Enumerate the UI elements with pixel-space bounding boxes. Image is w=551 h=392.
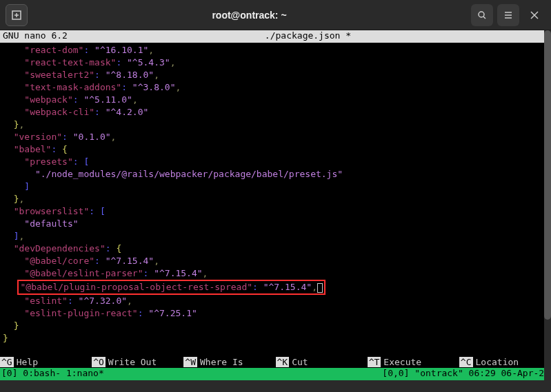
- cmd-execute: ^TExecute: [368, 355, 459, 368]
- cmd-cut: ^KCut: [276, 355, 368, 368]
- nano-shortcuts: ^GHelp ^OWrite Out ^WWhere Is ^KCut ^TEx…: [0, 355, 551, 368]
- nano-filename: ./package.json *: [68, 30, 548, 43]
- cmd-writeout: ^OWrite Out: [92, 355, 183, 368]
- svg-line-4: [483, 17, 485, 19]
- tmux-status-bar: [0] 0:bash- 1:nano* [0,0] "ontrack" 06:2…: [0, 368, 551, 380]
- svg-point-3: [479, 12, 484, 17]
- cmd-whereis: ^WWhere Is: [183, 355, 275, 368]
- window-title: root@ontrack: ~: [33, 10, 465, 21]
- window-titlebar: root@ontrack: ~: [0, 0, 551, 30]
- cmd-location: ^CLocation: [459, 355, 551, 368]
- menu-button[interactable]: [497, 4, 519, 26]
- editor-area[interactable]: "react-dom": "^16.10.1", "react-text-mas…: [0, 43, 551, 355]
- search-button[interactable]: [471, 4, 493, 26]
- nano-version: GNU nano 6.2: [3, 30, 68, 43]
- close-button[interactable]: [523, 4, 545, 26]
- scrollbar[interactable]: [544, 30, 551, 392]
- tmux-clock: [0,0] "ontrack" 06:29 06-Apr-24: [382, 368, 550, 380]
- tmux-windows: [0] 0:bash- 1:nano*: [1, 368, 382, 380]
- cmd-help: ^GHelp: [0, 355, 92, 368]
- highlighted-line: "@babel/plugin-proposal-object-rest-spre…: [17, 280, 325, 295]
- cursor: [317, 283, 323, 293]
- new-tab-button[interactable]: [6, 4, 28, 26]
- scrollbar-thumb[interactable]: [544, 30, 551, 320]
- nano-header: GNU nano 6.2 ./package.json *: [0, 30, 551, 43]
